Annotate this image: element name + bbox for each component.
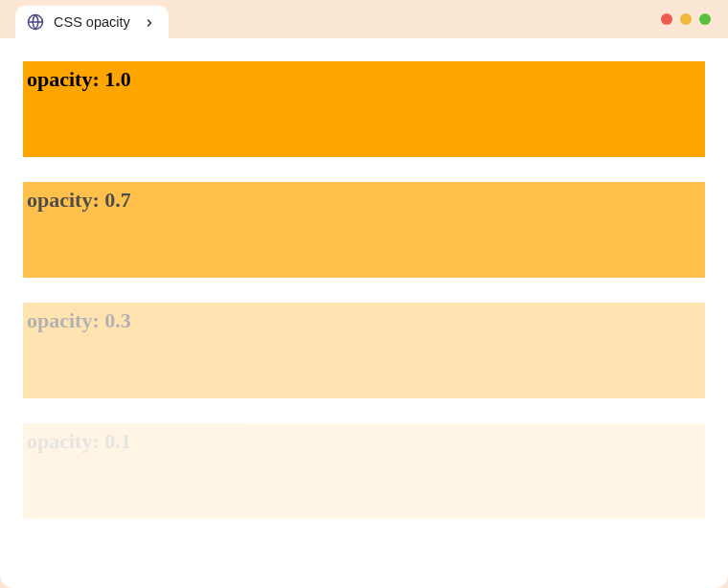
tab-title: CSS opacity	[54, 14, 130, 30]
globe-icon	[27, 13, 44, 31]
window-minimize-button[interactable]	[680, 13, 692, 25]
opacity-box: opacity: 0.7	[23, 182, 705, 278]
opacity-box: opacity: 1.0	[23, 61, 705, 157]
opacity-label: opacity: 1.0	[27, 67, 131, 91]
tab-bar: CSS opacity	[0, 0, 728, 38]
window-close-button[interactable]	[661, 13, 672, 25]
browser-tab[interactable]: CSS opacity	[15, 6, 169, 38]
opacity-label: opacity: 0.7	[27, 188, 131, 212]
opacity-label: opacity: 0.1	[27, 429, 131, 453]
window-controls	[661, 13, 711, 25]
page-content: opacity: 1.0 opacity: 0.7 opacity: 0.3 o…	[0, 38, 728, 588]
opacity-box: opacity: 0.1	[23, 423, 705, 519]
opacity-label: opacity: 0.3	[27, 308, 131, 332]
opacity-box: opacity: 0.3	[23, 303, 705, 398]
chevron-right-icon	[144, 16, 155, 28]
window-maximize-button[interactable]	[699, 13, 711, 25]
